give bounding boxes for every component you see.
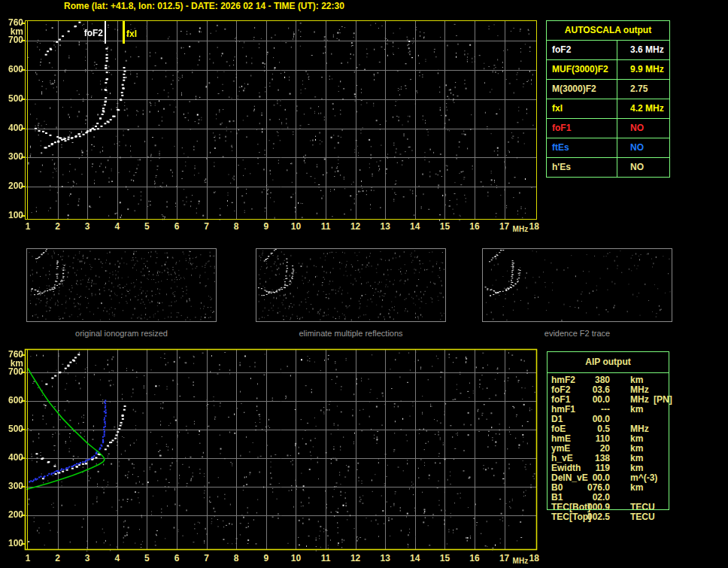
aip-rows-container: hmF2380kmfoF203.6MHzfoF100.0MHz[PN]hmF1-…	[551, 375, 672, 526]
y-axis-tick-label: 600	[1, 396, 23, 405]
param-value: NO	[617, 158, 669, 177]
x-axis-tick-label: 2	[47, 554, 68, 563]
y-axis-tick-label: 100	[1, 539, 23, 548]
aip-row-TECTop: TEC[Top]002.5TECU	[551, 512, 672, 522]
x-axis-tick-label: 10	[285, 222, 306, 232]
x-axis-tick-label: 6	[166, 222, 187, 232]
x-axis-tick-label: 15	[434, 554, 455, 563]
aip-table-header: AIP output	[548, 352, 669, 372]
ionogram-chart-canvas	[21, 20, 538, 221]
y-axis-unit-label: km	[1, 27, 23, 37]
panel-caption-original: original ionogram resized	[26, 329, 217, 338]
x-axis-tick-label: 4	[107, 554, 128, 563]
panel-eliminate-reflections-canvas	[256, 248, 446, 322]
y-axis-tick-label: 100	[1, 211, 23, 220]
x-axis-tick-label: 3	[77, 554, 98, 563]
x-axis-tick-label: 7	[196, 222, 217, 232]
x-axis-tick-label: 12	[345, 222, 366, 232]
param-label: M(3000)F2	[547, 80, 617, 99]
autoscala-table-header: AUTOSCALA output	[547, 21, 669, 41]
y-axis-tick-label: 500	[1, 94, 23, 104]
x-axis-tick-label: 9	[256, 222, 277, 232]
aip-unit: km	[630, 483, 643, 493]
param-value: NO	[617, 119, 669, 138]
y-axis-tick-label: 400	[1, 123, 23, 133]
x-axis-tick-label: 5	[136, 222, 157, 232]
param-label: MUF(3000)F2	[547, 60, 617, 79]
y-axis-tick-label: 700	[1, 35, 23, 45]
y-axis-tick-label: 400	[1, 453, 23, 463]
y-axis-tick-label: 600	[1, 65, 23, 74]
x-axis-tick-label: 16	[464, 222, 485, 232]
table-row-hEs: h'Es NO	[547, 158, 669, 177]
table-row-fxI: fxI 4.2 MHz	[547, 99, 669, 119]
panel-evidence-f2-trace-canvas	[482, 248, 672, 322]
x-axis-tick-label: 14	[405, 222, 426, 232]
x-axis-tick-label: 10	[285, 554, 306, 563]
param-label: ftEs	[547, 138, 617, 157]
aip-value: 002.5	[574, 512, 610, 522]
table-row-MUF3000F2: MUF(3000)F2 9.9 MHz	[547, 60, 669, 80]
table-row-foF2: foF2 3.6 MHz	[547, 41, 669, 60]
y-axis-tick-label: 300	[1, 152, 23, 162]
x-axis-tick-label: 7	[196, 554, 217, 563]
x-axis-tick-label: 6	[166, 554, 187, 563]
param-value: NO	[617, 138, 669, 157]
x-axis-tick-label: 17	[494, 554, 515, 563]
param-value: 9.9 MHz	[617, 60, 669, 79]
table-row-M3000F2: M(3000)F2 2.75	[547, 80, 669, 99]
y-axis-tick-label: 200	[1, 510, 23, 520]
profile-chart-canvas	[21, 348, 538, 551]
x-axis-tick-label: 1	[17, 222, 38, 232]
x-axis-tick-label: 8	[226, 222, 247, 232]
x-axis-tick-label: 4	[107, 222, 128, 232]
x-axis-tick-label: 9	[256, 554, 277, 563]
panel-original-ionogram-canvas	[26, 248, 217, 322]
x-axis-tick-label: 16	[464, 554, 485, 563]
param-label: foF1	[547, 119, 617, 138]
param-label: foF2	[547, 41, 617, 59]
aip-unit: km	[630, 405, 643, 415]
x-axis-tick-label: 1	[17, 554, 38, 563]
x-axis-tick-label: 2	[47, 222, 68, 232]
aip-row-hmF1: hmF1---km	[551, 405, 672, 415]
y-axis-tick-label: 200	[1, 181, 23, 191]
panel-caption-evidence: evidence F2 trace	[482, 329, 672, 338]
x-axis-tick-label: 14	[405, 554, 426, 563]
x-axis-tick-label: 11	[315, 222, 336, 232]
y-axis-tick-label: 500	[1, 424, 23, 434]
aip-extra: [PN]	[654, 395, 672, 405]
aip-header-divider	[548, 372, 669, 373]
station-date-title: Rome (lat: +41.8, lon: 012.5) - DATE: 20…	[64, 1, 344, 11]
x-axis-unit-label: MHz	[513, 226, 529, 233]
x-axis-tick-label: 17	[494, 222, 515, 232]
autoscala-output-table: AUTOSCALA output foF2 3.6 MHz MUF(3000)F…	[546, 20, 670, 178]
x-axis-tick-label: 3	[77, 222, 98, 232]
x-axis-tick-label: 13	[375, 554, 396, 563]
x-axis-tick-label: 12	[345, 554, 366, 563]
aip-unit: TECU	[630, 512, 655, 522]
aip-row-B0: B0076.0km	[551, 483, 672, 493]
param-value: 3.6 MHz	[617, 41, 669, 59]
foF2-marker-label: foF2	[74, 29, 103, 38]
x-axis-tick-label: 11	[315, 554, 336, 563]
table-row-ftEs: ftEs NO	[547, 138, 669, 158]
panel-caption-eliminate: eliminate multiple reflections	[256, 329, 446, 338]
autoscala-program-window: Rome (lat: +41.8, lon: 012.5) - DATE: 20…	[0, 0, 728, 568]
y-axis-unit-label: km	[1, 359, 23, 369]
x-axis-tick-label: 15	[434, 222, 455, 232]
fxI-marker-label: fxI	[126, 29, 137, 38]
param-value: 2.75	[617, 80, 669, 99]
aip-row-DelNvE: DelN_vE00.0m^(-3)	[551, 473, 672, 483]
x-axis-unit-label: MHz	[513, 557, 529, 565]
x-axis-tick-label: 8	[226, 554, 247, 563]
param-value: 4.2 MHz	[617, 99, 669, 118]
table-row-foF1: foF1 NO	[547, 119, 669, 138]
y-axis-tick-label: 300	[1, 481, 23, 491]
aip-box-bottom-border	[547, 509, 669, 510]
x-axis-tick-label: 13	[375, 222, 396, 232]
x-axis-tick-label: 5	[136, 554, 157, 563]
param-label: fxI	[547, 99, 617, 118]
param-label: h'Es	[547, 158, 617, 177]
aip-row-D1: D100.0	[551, 415, 672, 424]
